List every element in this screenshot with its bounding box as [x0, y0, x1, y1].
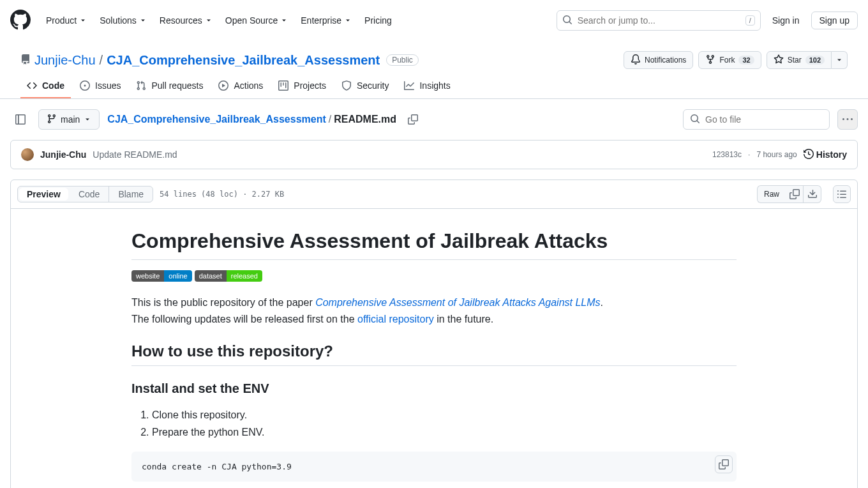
copy-path-button[interactable]: [404, 111, 422, 128]
history-link[interactable]: History: [804, 149, 847, 161]
commit-sha[interactable]: 123813c: [712, 150, 742, 159]
nav-open-source[interactable]: Open Source: [220, 11, 294, 29]
badge-website[interactable]: websiteonline: [131, 270, 192, 282]
readme-title: Comprehensive Assessment of Jailbreak At…: [131, 229, 737, 260]
notifications-button[interactable]: Notifications: [624, 51, 693, 69]
repo-icon: [20, 53, 31, 68]
commit-time: 7 hours ago: [756, 150, 797, 159]
nav-enterprise[interactable]: Enterprise: [296, 11, 357, 29]
nav-pricing[interactable]: Pricing: [359, 11, 397, 29]
download-button[interactable]: [804, 185, 821, 203]
tab-issues[interactable]: Issues: [73, 74, 127, 98]
search-icon: [690, 114, 700, 126]
go-to-file-input[interactable]: [705, 114, 823, 125]
play-icon: [218, 80, 228, 91]
more-button[interactable]: [837, 109, 858, 130]
star-icon: [774, 54, 784, 66]
code-icon: [27, 80, 37, 91]
fork-button[interactable]: Fork 32: [698, 51, 761, 69]
history-icon: [804, 149, 814, 161]
star-button[interactable]: Star 102: [767, 51, 832, 69]
outline-button[interactable]: [833, 185, 851, 203]
nav-solutions[interactable]: Solutions: [94, 11, 152, 29]
view-mode-tabs: Preview Code Blame: [17, 186, 153, 202]
shield-icon: [341, 80, 352, 91]
tab-pull-requests[interactable]: Pull requests: [130, 74, 209, 98]
commit-message[interactable]: Update README.md: [93, 149, 177, 160]
readme-h2: How to use this repository?: [131, 342, 737, 366]
official-repo-link[interactable]: official repository: [357, 314, 434, 324]
search-icon: [562, 15, 572, 27]
code-block: conda create -n CJA python=3.9: [131, 452, 737, 482]
sign-in-link[interactable]: Sign in: [766, 11, 806, 29]
star-count: 102: [805, 56, 825, 65]
project-icon: [278, 80, 288, 91]
repo-link[interactable]: CJA_Comprehensive_Jailbreak_Assessment: [107, 53, 380, 68]
tab-insights[interactable]: Insights: [398, 74, 456, 98]
breadcrumb-root[interactable]: CJA_Comprehensive_Jailbreak_Assessment: [107, 114, 326, 125]
nav-product[interactable]: Product: [41, 11, 92, 29]
nav-resources[interactable]: Resources: [154, 11, 218, 29]
avatar[interactable]: [21, 148, 34, 161]
copy-code-button[interactable]: [715, 455, 733, 473]
path-separator: /: [100, 53, 103, 68]
tab-code-view[interactable]: Code: [70, 187, 108, 202]
sidebar-toggle[interactable]: [10, 109, 31, 130]
step-2: Prepare the python ENV.: [152, 423, 737, 441]
pr-icon: [136, 80, 146, 91]
search-input[interactable]: [578, 15, 740, 26]
fork-count: 32: [738, 56, 754, 65]
issues-icon: [80, 80, 90, 91]
graph-icon: [404, 80, 414, 91]
breadcrumb-file: README.md: [334, 114, 396, 125]
tab-code[interactable]: Code: [20, 74, 71, 98]
tab-actions[interactable]: Actions: [212, 74, 269, 98]
tab-projects[interactable]: Projects: [272, 74, 333, 98]
badge-dataset[interactable]: datasetreleased: [195, 270, 262, 282]
bell-icon: [631, 54, 641, 66]
paper-link[interactable]: Comprehensive Assessment of Jailbreak At…: [315, 297, 600, 308]
github-logo[interactable]: [10, 10, 31, 32]
step-1: Clone this repository.: [152, 406, 737, 423]
file-meta: 54 lines (48 loc) · 2.27 KB: [160, 190, 284, 199]
branch-button[interactable]: main: [38, 109, 100, 130]
go-to-file[interactable]: [683, 109, 830, 130]
search-kbd: /: [745, 15, 755, 26]
readme-h3: Install and set the ENV: [131, 381, 737, 396]
star-dropdown[interactable]: [832, 51, 848, 69]
branch-icon: [47, 114, 57, 126]
raw-button[interactable]: Raw: [757, 185, 786, 203]
latest-commit: Junjie-Chu Update README.md 123813c · 7 …: [10, 140, 858, 169]
global-search[interactable]: /: [557, 10, 761, 31]
commit-author[interactable]: Junjie-Chu: [40, 149, 86, 160]
copy-raw-button[interactable]: [786, 185, 804, 203]
owner-link[interactable]: Junjie-Chu: [34, 53, 96, 68]
readme-content: Comprehensive Assessment of Jailbreak At…: [111, 209, 757, 488]
visibility-label: Public: [386, 54, 419, 66]
breadcrumb: CJA_Comprehensive_Jailbreak_Assessment /…: [107, 114, 396, 125]
fork-icon: [705, 54, 715, 66]
sign-up-button[interactable]: Sign up: [811, 11, 858, 29]
tab-security[interactable]: Security: [335, 74, 396, 98]
tab-preview[interactable]: Preview: [19, 188, 68, 201]
tab-blame[interactable]: Blame: [109, 187, 153, 202]
